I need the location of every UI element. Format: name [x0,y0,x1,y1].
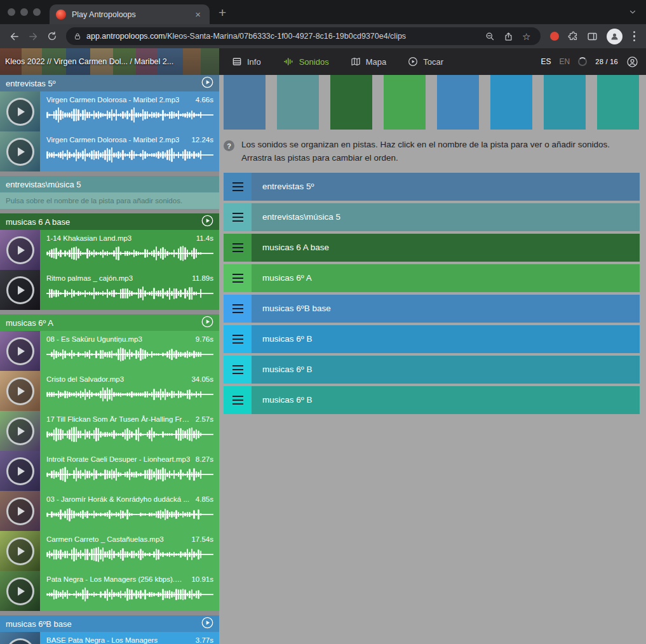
track-header[interactable]: musicas 6 A base [0,213,219,230]
clip-play-overlay[interactable] [0,491,40,531]
clip-play-overlay[interactable] [0,411,40,451]
tab-sonidos[interactable]: Sonidos [283,57,329,67]
track-swatch[interactable] [597,75,639,130]
track-swatch[interactable] [384,75,426,130]
track-row[interactable]: musicas 6º B [224,356,640,384]
track-play-button[interactable] [201,316,213,330]
play-triangle-icon [18,587,25,596]
track-row[interactable]: musicas 6º B [224,325,640,353]
track-row-bar[interactable]: musicas 6º B [252,356,640,384]
track-swatches [224,75,640,130]
clip-row[interactable]: 03 - Jaromír Horák & Konrádyho dudácká .… [0,491,219,531]
window-zoom-button[interactable] [33,8,41,16]
track-row[interactable]: musicas 6 A base [224,234,640,262]
clip-play-overlay[interactable] [0,131,40,171]
clip-thumbnail [0,632,40,644]
track-swatch[interactable] [224,75,266,130]
track-row-name: entrevistas\música 5 [262,212,340,222]
lang-es-button[interactable]: ES [541,57,551,66]
browser-menu-icon[interactable] [628,31,642,42]
drag-handle[interactable] [224,386,252,414]
extensions-puzzle-icon[interactable] [565,27,582,45]
track-row[interactable]: entrevistas\música 5 [224,203,640,231]
forward-icon[interactable] [24,27,42,45]
share-icon[interactable] [502,32,515,41]
drag-handle[interactable] [224,173,252,201]
breadcrumb[interactable]: Kleos 2022 // Virgen Carmen Dol... / Mar… [5,57,173,66]
track-row[interactable]: musicas 6º B [224,386,640,414]
window-controls [0,0,50,24]
clip-play-overlay[interactable] [0,270,40,310]
tab-mapa[interactable]: Mapa [351,57,387,67]
clip-row[interactable]: BASE Pata Negra - Los Managers3.77s [0,632,219,644]
window-close-button[interactable] [8,8,15,16]
track-row[interactable]: musicas 6ºB base [224,295,640,323]
track-play-button[interactable] [201,215,213,229]
drag-handle[interactable] [224,203,252,231]
clip-play-overlay[interactable] [0,571,40,611]
address-bar[interactable]: app.antropoloops.com/Kleos-Santa-Marina/… [66,27,541,45]
track-row-bar[interactable]: musicas 6º B [252,386,640,414]
drag-handle[interactable] [224,356,252,384]
drag-handle[interactable] [224,295,252,323]
track-row-bar[interactable]: entrevistas 5º [252,173,640,201]
clip-play-overlay[interactable] [0,451,40,491]
clip-play-overlay[interactable] [0,371,40,411]
track-swatch[interactable] [277,75,319,130]
clip-row[interactable]: 1-14 Khakasian Land.mp311.4s [0,230,219,270]
drag-handle[interactable] [224,264,252,292]
track-swatch[interactable] [437,75,479,130]
clip-row[interactable]: 08 - Es Sakūru Uguntiņu.mp39.76s [0,331,219,371]
side-panel-icon[interactable] [584,27,602,45]
track-header[interactable]: musicas 6ºB base [0,615,219,632]
track-row[interactable]: entrevistas 5º [224,173,640,201]
drag-handle[interactable] [224,234,252,262]
zoom-icon[interactable] [483,32,497,41]
tab-info[interactable]: Info [232,57,261,67]
track-header[interactable]: entrevistas\música 5 [0,176,219,192]
clip-row[interactable]: Virgen Carmen Dolorosa - Maribel 2.mp312… [0,131,219,171]
track-row-bar[interactable]: musicas 6ºB base [252,295,640,323]
clip-row[interactable]: Carmen Carreto _ Castañuelas.mp317.54s [0,531,219,571]
clip-body: Pata Negra - Los Managers (256 kbps).mp3… [40,571,219,611]
clip-play-overlay[interactable] [0,632,40,644]
back-icon[interactable] [5,27,23,45]
clip-row[interactable]: Virgen Carmen Dolorosa - Maribel 2.mp34.… [0,91,219,131]
extension-record-icon[interactable] [550,32,559,41]
track-play-button[interactable] [201,76,213,90]
track-play-button[interactable] [201,617,213,631]
tab-search-chevron-icon[interactable] [628,8,637,17]
track-swatch[interactable] [490,75,532,130]
lang-en-button[interactable]: EN [560,57,570,66]
clip-row[interactable]: 17 Till Flickan Som Är Tusen År-Halling … [0,411,219,451]
track-row[interactable]: musicas 6º A [224,264,640,292]
tab-close-icon[interactable]: × [192,8,203,20]
drag-handle[interactable] [224,325,252,353]
track-swatch[interactable] [544,75,586,130]
track-header[interactable]: musicas 6º A [0,314,219,331]
profile-avatar[interactable] [607,29,622,44]
track-header[interactable]: entrevistas 5º [0,75,219,91]
browser-tab[interactable]: Play Antropoloops × [50,4,210,24]
clip-play-overlay[interactable] [0,331,40,371]
track-row-name: musicas 6º B [262,395,312,405]
reload-icon[interactable] [43,27,61,45]
clip-play-overlay[interactable] [0,230,40,270]
tab-tocar[interactable]: Tocar [408,57,443,67]
track-row-bar[interactable]: musicas 6º A [252,264,640,292]
clip-row[interactable]: Pata Negra - Los Managers (256 kbps).mp3… [0,571,219,611]
bookmark-star-icon[interactable]: ☆ [520,32,532,41]
window-minimize-button[interactable] [20,8,28,16]
track-row-bar[interactable]: entrevistas\música 5 [252,203,640,231]
clip-row[interactable]: Cristo del Salvador.mp334.05s [0,371,219,411]
account-icon[interactable] [626,56,638,68]
clip-row[interactable]: Introit Rorate Caeli Desuper - Lionheart… [0,451,219,491]
clip-play-overlay[interactable] [0,91,40,131]
clip-info: Virgen Carmen Dolorosa - Maribel 2.mp34.… [46,96,213,104]
clip-row[interactable]: Ritmo palmas _ cajón.mp311.89s [0,270,219,310]
new-tab-button[interactable]: + [219,6,226,19]
track-swatch[interactable] [330,75,372,130]
track-row-bar[interactable]: musicas 6 A base [252,234,640,262]
clip-play-overlay[interactable] [0,531,40,571]
track-row-bar[interactable]: musicas 6º B [252,325,640,353]
